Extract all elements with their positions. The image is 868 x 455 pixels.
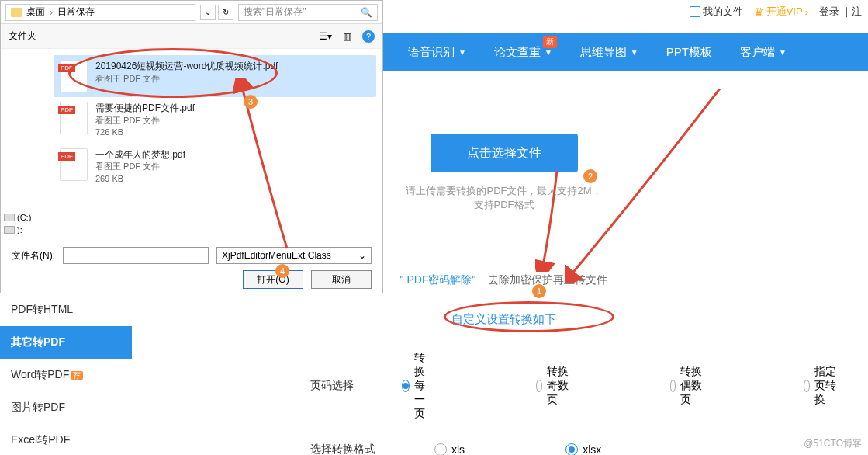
my-files-label: 我的文件: [703, 5, 743, 19]
folder-icon: [11, 8, 22, 17]
login-link[interactable]: 登录｜注: [819, 5, 862, 19]
nav-dropdown[interactable]: ⌄: [200, 5, 216, 20]
custom-settings-title: 自定义设置转换如下: [451, 312, 556, 327]
pwd-hint: 去除加密保护再上传文件: [488, 273, 607, 287]
file-item[interactable]: 一个成年人的梦想.pdf 看图王 PDF 文件 269 KB: [54, 144, 376, 190]
radio-xls[interactable]: xls: [434, 443, 465, 455]
file-open-dialog: 桌面 › 日常保存 ⌄ ↻ 搜索"日常保存" 🔍 文件夹 ☰▾ ▥ ? (C:)…: [0, 0, 383, 293]
search-icon: 🔍: [361, 7, 372, 18]
radio-label: 转换奇数页: [547, 365, 569, 407]
view-tiles-icon[interactable]: ▥: [343, 31, 351, 42]
radio-specific-pages[interactable]: 指定页转换: [804, 351, 837, 421]
recommend-badge: 荐: [71, 371, 83, 380]
pdf-icon: [60, 60, 88, 92]
radio-odd-pages[interactable]: 转换奇数页: [536, 351, 569, 421]
chevron-down-icon: ▼: [631, 48, 638, 57]
sidebar-item-pdf2html[interactable]: PDF转HTML: [0, 293, 132, 326]
drive-label: ):: [17, 225, 22, 234]
file-item[interactable]: 20190426短视频运营-word优质视频统计.pdf 看图王 PDF 文件: [54, 55, 376, 97]
cancel-button[interactable]: 取消: [311, 270, 372, 289]
annotation-number: 3: [244, 95, 258, 109]
pdf-password-link[interactable]: " PDF密码解除": [400, 273, 476, 287]
address-bar[interactable]: 桌面 › 日常保存: [5, 4, 195, 21]
breadcrumb-folder[interactable]: 日常保存: [57, 5, 95, 19]
filetype-value: XjPdfEditorMenuExt Class: [222, 250, 331, 261]
file-item[interactable]: 需要便捷的PDF文件.pdf 看图王 PDF 文件 726 KB: [54, 97, 376, 144]
sidebar-item-word2pdf[interactable]: Word转PDF荐: [0, 359, 132, 391]
upload-hint: 请上传需要转换的PDF文件，最大支持2M，支持PDF格式: [349, 184, 659, 212]
radio-label: xls: [451, 443, 465, 455]
search-placeholder: 搜索"日常保存": [244, 5, 306, 19]
dialog-sidebar: (C:) ):: [1, 49, 47, 239]
chevron-down-icon: ▼: [458, 48, 466, 57]
nav-mindmap[interactable]: 思维导图▼: [568, 45, 651, 60]
file-type: 看图王 PDF 文件: [95, 161, 185, 172]
nav-badge-new: 新: [543, 36, 557, 48]
doc-icon: [690, 6, 700, 17]
drive-d[interactable]: ):: [4, 225, 43, 234]
radio-label: 转换偶数页: [680, 365, 703, 407]
file-name: 20190426短视频运营-word优质视频统计.pdf: [95, 60, 278, 73]
sidebar-item-excel2pdf[interactable]: Excel转PDF: [0, 424, 132, 455]
file-type: 看图王 PDF 文件: [95, 73, 278, 85]
my-files-link[interactable]: 我的文件: [690, 5, 743, 19]
radio-label: 转换每一页: [414, 351, 435, 421]
radio-even-pages[interactable]: 转换偶数页: [670, 351, 704, 421]
vip-label: 开通VIP: [766, 5, 803, 19]
nav-label: PPT模板: [666, 45, 712, 60]
format-select-label: 选择转换格式: [310, 443, 434, 455]
sidebar-item-other2pdf[interactable]: 其它转PDF: [0, 326, 132, 359]
filetype-select[interactable]: XjPdfEditorMenuExt Class ⌄: [216, 247, 372, 264]
chevron-down-icon: ▼: [545, 48, 552, 57]
nav-speech[interactable]: 语音识别▼: [396, 45, 479, 60]
nav-label: 语音识别: [408, 45, 455, 60]
annotation-number: 4: [275, 264, 289, 278]
annotation-number: 1: [532, 284, 546, 298]
nav-client[interactable]: 客户端▼: [728, 45, 799, 60]
drive-icon: [4, 226, 15, 234]
upload-button[interactable]: 点击选择文件: [431, 134, 578, 172]
file-name: 一个成年人的梦想.pdf: [95, 148, 185, 162]
chevron-down-icon: ▼: [779, 48, 787, 57]
vip-arrow-icon: ›: [805, 6, 808, 18]
chevron-right-icon: ›: [50, 7, 53, 18]
pdf-icon: [60, 148, 88, 181]
nav-label: 客户端: [740, 45, 775, 60]
drive-c[interactable]: (C:): [4, 213, 43, 222]
vip-link[interactable]: ♛开通VIP›: [754, 5, 808, 19]
nav-label: 思维导图: [580, 45, 627, 60]
help-icon[interactable]: ?: [362, 30, 375, 43]
reg-sep: ｜注: [842, 5, 862, 19]
login-label: 登录: [819, 5, 839, 19]
drive-icon: [4, 214, 15, 221]
filename-label: 文件名(N):: [12, 249, 55, 262]
radio-xlsx[interactable]: xlsx: [565, 443, 601, 455]
sidebar: PDF转HTML 其它转PDF Word转PDF荐 图片转PDF Excel转P…: [0, 293, 132, 455]
drive-label: (C:): [17, 213, 31, 222]
radio-label: 指定页转换: [814, 365, 837, 407]
new-folder-label[interactable]: 文件夹: [9, 30, 36, 43]
search-input[interactable]: 搜索"日常保存" 🔍: [238, 4, 378, 21]
file-size: 726 KB: [95, 127, 195, 138]
nav-label: 论文查重: [494, 45, 541, 60]
crown-icon: ♛: [754, 5, 764, 18]
file-list: 20190426短视频运营-word优质视频统计.pdf 看图王 PDF 文件 …: [47, 49, 382, 239]
nav-thesis[interactable]: 新论文查重▼: [482, 45, 565, 60]
refresh-button[interactable]: ↻: [218, 5, 233, 20]
radio-every-page[interactable]: 转换每一页: [402, 351, 435, 421]
sidebar-item-img2pdf[interactable]: 图片转PDF: [0, 391, 132, 424]
view-list-icon[interactable]: ☰▾: [319, 31, 332, 42]
chevron-down-icon: ⌄: [358, 250, 366, 261]
file-type: 看图王 PDF 文件: [95, 115, 195, 127]
breadcrumb-desktop[interactable]: 桌面: [26, 5, 45, 19]
page-select-label: 页码选择: [310, 379, 402, 393]
open-button[interactable]: 打开(O): [243, 270, 303, 289]
file-size: 269 KB: [95, 173, 185, 185]
pdf-icon: [60, 102, 88, 134]
radio-label: xlsx: [583, 443, 601, 455]
nav-ppt[interactable]: PPT模板: [654, 45, 724, 60]
annotation-number: 2: [583, 169, 597, 183]
filename-input[interactable]: [63, 247, 209, 264]
file-name: 需要便捷的PDF文件.pdf: [95, 102, 195, 115]
watermark: @51CTO博客: [804, 437, 862, 450]
